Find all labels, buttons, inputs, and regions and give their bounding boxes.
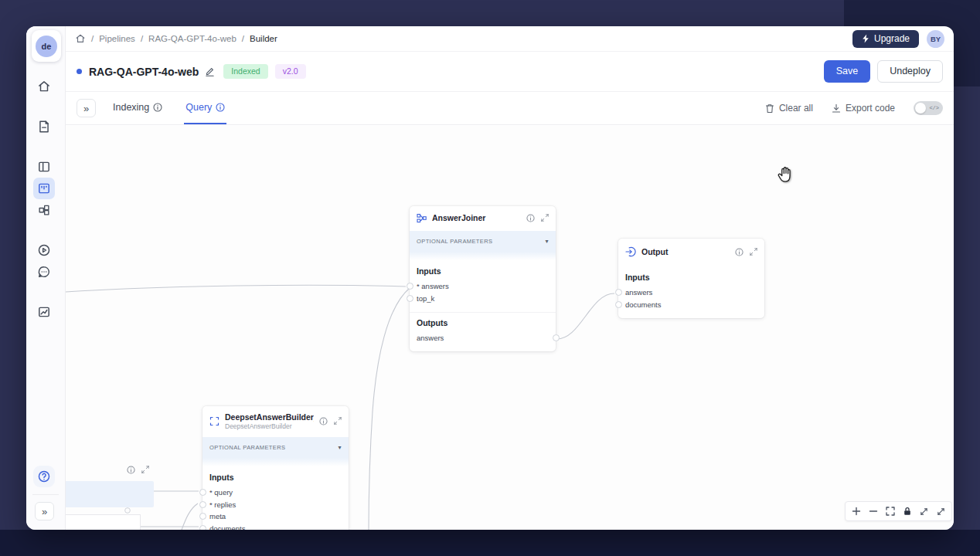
- node-subtitle: DeepsetAnswerBuilder: [225, 422, 314, 430]
- info-icon[interactable]: [735, 248, 744, 256]
- hand-cursor: [775, 164, 795, 185]
- pipeline-status-dot: [77, 69, 82, 74]
- tab-query-label: Query: [185, 102, 212, 113]
- fit-view-icon[interactable]: [883, 504, 897, 519]
- partial-node[interactable]: [66, 464, 154, 530]
- export-code-button[interactable]: Export code: [832, 103, 895, 114]
- expand-node-icon[interactable]: [750, 248, 757, 256]
- expand-nodes-icon[interactable]: [934, 504, 948, 519]
- output-port[interactable]: [553, 334, 560, 341]
- input-row: * query: [209, 486, 342, 499]
- edge-bottom-to-answerjoiner: [369, 288, 410, 530]
- sidebar: de »: [26, 26, 66, 530]
- home-icon[interactable]: [33, 76, 55, 97]
- optional-parameters-label: OPTIONAL PARAMETERS: [209, 444, 285, 451]
- breadcrumb-home-icon[interactable]: [75, 33, 86, 44]
- expand-node-icon[interactable]: [141, 466, 149, 474]
- version-badge: v2.0: [275, 64, 306, 79]
- status-badge-indexed: Indexed: [223, 64, 267, 79]
- tab-query[interactable]: Query: [184, 92, 226, 124]
- brand-logo-text: de: [36, 36, 57, 57]
- expand-node-icon[interactable]: [334, 417, 342, 425]
- node-answer-joiner[interactable]: AnswerJoiner OPTIONAL PARAMETERS ▾ Input…: [410, 206, 556, 351]
- optional-parameters-toggle[interactable]: OPTIONAL PARAMETERS ▾: [202, 437, 349, 458]
- info-icon: [216, 103, 225, 112]
- main-area: / Pipelines / RAG-QA-GPT-4o-web / Builde…: [66, 26, 954, 530]
- input-label: * answers: [417, 282, 449, 290]
- info-icon[interactable]: [319, 417, 328, 425]
- input-label: * replies: [209, 500, 236, 509]
- sidebar-divider: [32, 494, 59, 495]
- background-dark-bottom: [0, 530, 980, 556]
- input-port[interactable]: [615, 301, 622, 308]
- optional-parameters-bar[interactable]: [66, 481, 154, 507]
- partial-node-section: [66, 514, 141, 530]
- info-icon[interactable]: [526, 214, 535, 222]
- user-avatar[interactable]: BY: [927, 30, 944, 48]
- input-row: top_k: [417, 293, 549, 305]
- templates-icon[interactable]: [33, 156, 55, 178]
- trash-icon: [765, 103, 774, 114]
- tab-indexing[interactable]: Indexing: [111, 92, 164, 124]
- lock-icon[interactable]: [900, 504, 914, 519]
- node-title: Output: [641, 247, 730, 256]
- chat-icon[interactable]: [33, 261, 55, 283]
- zoom-out-icon[interactable]: [866, 504, 880, 519]
- brand-logo[interactable]: de: [32, 30, 61, 62]
- edit-pencil-icon[interactable]: [203, 65, 216, 78]
- input-port[interactable]: [407, 283, 413, 290]
- input-row: meta: [209, 510, 342, 523]
- collapse-nodes-icon[interactable]: [917, 504, 931, 519]
- input-label: documents: [209, 524, 245, 530]
- chevron-down-icon: ▾: [339, 444, 342, 451]
- node-output[interactable]: Output Inputs answers documents: [618, 239, 764, 318]
- inputs-label: Inputs: [417, 266, 549, 276]
- undeploy-button[interactable]: Undeploy: [877, 60, 943, 83]
- chevron-down-icon: ▾: [546, 238, 549, 245]
- input-port[interactable]: [199, 513, 206, 520]
- expand-node-icon[interactable]: [541, 214, 549, 222]
- input-port[interactable]: [407, 295, 413, 302]
- document-icon[interactable]: [33, 116, 55, 137]
- pipeline-name: RAG-QA-GPT-4o-web: [89, 66, 199, 78]
- code-view-toggle[interactable]: </>: [914, 101, 943, 115]
- breadcrumb-bar: / Pipelines / RAG-QA-GPT-4o-web / Builde…: [66, 26, 954, 52]
- help-icon[interactable]: [33, 466, 55, 487]
- input-label: meta: [209, 512, 226, 520]
- input-row: * answers: [417, 280, 549, 293]
- breadcrumb-item-pipeline-name[interactable]: RAG-QA-GPT-4o-web: [148, 34, 236, 43]
- tab-bar: » Indexing Query Clear all Export code: [66, 92, 954, 125]
- input-port[interactable]: [199, 525, 206, 531]
- input-row: * replies: [209, 499, 342, 511]
- save-button[interactable]: Save: [824, 60, 871, 83]
- info-icon: [124, 507, 131, 514]
- clear-all-label: Clear all: [779, 103, 813, 114]
- download-icon: [832, 103, 841, 114]
- collapse-sidebar-icon[interactable]: »: [35, 502, 54, 520]
- zoom-in-icon[interactable]: [849, 504, 863, 519]
- components-icon[interactable]: [33, 199, 55, 221]
- metrics-icon[interactable]: [33, 301, 55, 323]
- node-title: DeepsetAnswerBuilder_1 DeepsetAnswerBuil…: [225, 412, 314, 430]
- node-deepset-answer-builder[interactable]: DeepsetAnswerBuilder_1 DeepsetAnswerBuil…: [202, 406, 349, 530]
- input-label: documents: [625, 300, 661, 309]
- pipeline-builder-icon[interactable]: [33, 178, 55, 199]
- pipeline-canvas[interactable]: AnswerJoiner OPTIONAL PARAMETERS ▾ Input…: [66, 126, 954, 530]
- inputs-label: Inputs: [625, 273, 757, 282]
- output-icon: [625, 246, 636, 257]
- input-label: top_k: [417, 294, 434, 303]
- tab-indexing-label: Indexing: [113, 102, 149, 113]
- input-port[interactable]: [199, 489, 206, 496]
- expand-panel-icon[interactable]: »: [77, 99, 96, 117]
- input-port[interactable]: [615, 289, 622, 296]
- playground-icon[interactable]: [33, 239, 55, 261]
- upgrade-button[interactable]: Upgrade: [852, 30, 919, 48]
- breadcrumb-item-builder: Builder: [250, 34, 277, 43]
- input-port[interactable]: [199, 501, 206, 508]
- optional-parameters-toggle[interactable]: OPTIONAL PARAMETERS ▾: [410, 231, 556, 252]
- input-row: answers: [625, 286, 757, 299]
- breadcrumb-item-pipelines[interactable]: Pipelines: [99, 34, 135, 43]
- info-icon[interactable]: [127, 466, 135, 474]
- inputs-label: Inputs: [209, 473, 342, 482]
- clear-all-button[interactable]: Clear all: [765, 103, 813, 114]
